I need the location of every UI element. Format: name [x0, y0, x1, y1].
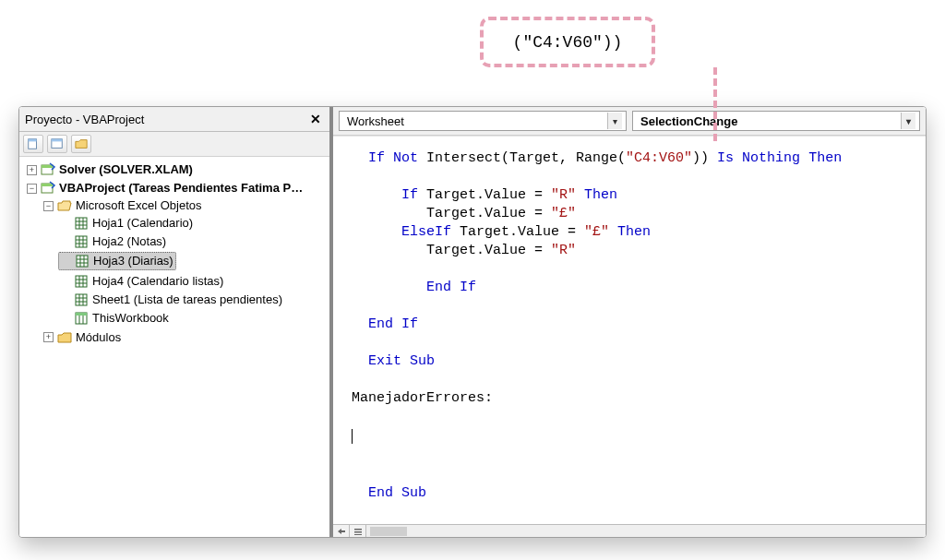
svg-rect-37 — [354, 529, 362, 530]
document-icon — [27, 137, 40, 150]
svg-rect-7 — [42, 184, 53, 186]
folder-icon — [75, 137, 88, 150]
tree-node: +Solver (SOLVER.XLAM) — [25, 161, 328, 179]
svg-rect-34 — [76, 313, 87, 316]
code-header: Worksheet ▾ SelectionChange ▾ — [333, 107, 926, 136]
expander-plus-icon[interactable]: + — [27, 165, 37, 175]
project-explorer-titlebar: Proyecto - VBAProject ✕ — [19, 107, 329, 132]
project-tree[interactable]: +Solver (SOLVER.XLAM)−VBAProject (Tareas… — [19, 157, 329, 537]
svg-rect-39 — [354, 534, 362, 535]
svg-rect-28 — [76, 294, 87, 305]
tree-item[interactable]: −Microsoft Excel Objetos — [42, 197, 328, 214]
project-explorer-close-button[interactable]: ✕ — [307, 111, 324, 127]
full-module-view-button[interactable] — [350, 525, 366, 538]
tree-item[interactable]: Hoja1 (Calendario) — [58, 215, 328, 232]
vbe-window: Proyecto - VBAProject ✕ +Solver (SOLVER.… — [18, 106, 927, 538]
tree-item-label: Microsoft Excel Objetos — [76, 197, 202, 214]
editor-view-switcher — [333, 524, 926, 537]
procedure-combo-value: SelectionChange — [640, 114, 737, 128]
worksheet-icon — [74, 274, 89, 289]
tree-item[interactable]: Hoja4 (Calendario listas) — [58, 273, 328, 290]
svg-rect-1 — [29, 139, 37, 142]
tree-item[interactable]: −VBAProject (Tareas Pendientes Fatima P… — [25, 180, 328, 197]
tree-node: ThisWorkbook — [58, 309, 328, 328]
worksheet-icon — [75, 254, 90, 268]
svg-rect-18 — [77, 256, 88, 267]
code-pane: Worksheet ▾ SelectionChange ▾ If Not Int… — [333, 107, 926, 537]
tree-item-label: VBAProject (Tareas Pendientes Fatima P… — [59, 180, 303, 197]
tree-node: Hoja4 (Calendario listas) — [58, 272, 328, 291]
expander-minus-icon[interactable]: − — [43, 201, 54, 211]
tree-item[interactable]: Hoja2 (Notas) — [58, 233, 328, 250]
tree-item-label: Solver (SOLVER.XLAM) — [59, 161, 193, 178]
expander-plus-icon[interactable]: + — [43, 332, 54, 342]
tree-item-label: Hoja2 (Notas) — [92, 233, 166, 250]
tree-node: −VBAProject (Tareas Pendientes Fatima P…… — [25, 179, 328, 348]
tree-item[interactable]: Sheet1 (Lista de tareas pendientes) — [58, 292, 328, 308]
tree-node: Hoja3 (Diarias) — [58, 251, 328, 272]
svg-rect-3 — [52, 139, 62, 142]
project-explorer-toolbar — [19, 132, 329, 157]
lines-icon — [353, 528, 363, 535]
expander-minus-icon[interactable]: − — [27, 184, 37, 194]
tree-item[interactable]: Hoja3 (Diarias) — [58, 252, 176, 270]
view-code-button[interactable] — [23, 135, 43, 153]
chevron-down-icon: ▾ — [607, 113, 622, 129]
scroll-thumb[interactable] — [370, 527, 407, 536]
horizontal-scrollbar[interactable] — [366, 525, 926, 537]
tree-item[interactable]: ThisWorkbook — [58, 310, 328, 327]
callout-range: ("C4:V60")) — [480, 17, 655, 67]
project-explorer-pane: Proyecto - VBAProject ✕ +Solver (SOLVER.… — [19, 107, 333, 537]
form-icon — [51, 137, 64, 150]
folder-icon — [57, 330, 72, 345]
tree-item-label: Sheet1 (Lista de tareas pendientes) — [92, 292, 282, 308]
svg-rect-13 — [76, 236, 87, 247]
tree-item-label: Hoja3 (Diarias) — [93, 253, 173, 269]
worksheet-icon — [74, 216, 89, 231]
callout-text: ("C4:V60")) — [513, 33, 623, 52]
tree-item-label: ThisWorkbook — [92, 310, 169, 327]
procedure-combo[interactable]: SelectionChange ▾ — [632, 111, 920, 131]
tree-node: Hoja1 (Calendario) — [58, 214, 328, 232]
workbook-icon — [74, 311, 89, 326]
worksheet-icon — [74, 234, 89, 249]
tree-node: +Módulos — [42, 328, 328, 347]
tree-node: Sheet1 (Lista de tareas pendientes) — [58, 291, 328, 309]
svg-rect-23 — [76, 276, 87, 287]
tree-item[interactable]: +Módulos — [42, 329, 328, 346]
svg-rect-38 — [354, 531, 362, 533]
svg-rect-5 — [42, 165, 53, 168]
tree-node: Hoja2 (Notas) — [58, 232, 328, 251]
tree-node: −Microsoft Excel ObjetosHoja1 (Calendari… — [42, 197, 328, 328]
vba-project-icon — [41, 181, 55, 196]
tree-item[interactable]: +Solver (SOLVER.XLAM) — [25, 161, 328, 178]
text-caret — [352, 429, 353, 444]
code-editor[interactable]: If Not Intersect(Target, Range("C4:V60")… — [333, 136, 926, 524]
worksheet-icon — [74, 292, 89, 307]
procedure-view-button[interactable] — [333, 525, 350, 538]
callout-connector — [713, 67, 717, 141]
view-object-button[interactable] — [47, 135, 67, 153]
tree-item-label: Hoja1 (Calendario) — [92, 215, 193, 232]
object-combo-value: Worksheet — [347, 114, 404, 128]
chevron-down-icon: ▾ — [901, 113, 915, 129]
vba-project-icon — [41, 162, 55, 177]
toggle-folders-button[interactable] — [71, 135, 91, 153]
folder-open-icon — [57, 198, 72, 213]
project-explorer-title: Proyecto - VBAProject — [25, 113, 144, 126]
svg-rect-8 — [76, 218, 87, 229]
tree-item-label: Módulos — [76, 329, 121, 346]
object-combo[interactable]: Worksheet ▾ — [339, 111, 627, 131]
tree-item-label: Hoja4 (Calendario listas) — [92, 273, 223, 290]
arrow-icon — [337, 528, 346, 535]
